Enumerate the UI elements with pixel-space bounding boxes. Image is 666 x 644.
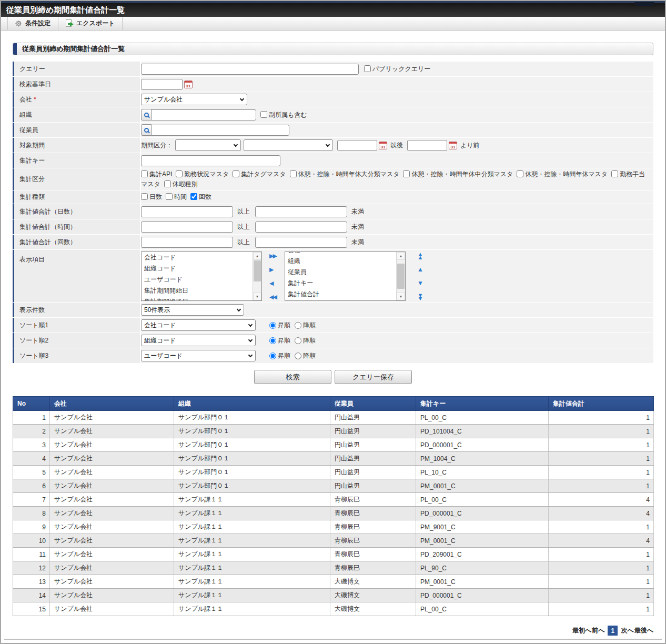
agg-key-input[interactable] xyxy=(141,155,280,166)
employee-search-button[interactable] xyxy=(141,124,152,136)
public-query-checkbox[interactable] xyxy=(364,65,371,72)
search-button[interactable]: 検索 xyxy=(254,370,331,384)
agg-div-label: 集計API xyxy=(149,170,172,178)
agg-type-checkbox[interactable] xyxy=(141,193,148,200)
cell-organization: サンプル部門０１ xyxy=(174,425,330,438)
move-all-right-button[interactable]: ▶▶ xyxy=(269,253,277,259)
agg-type-checkbox[interactable] xyxy=(166,193,173,200)
move-all-left-button[interactable]: ◀◀ xyxy=(269,294,277,300)
table-row[interactable]: 14サンプル会社サンプル課１１大磯博文PD_000001_C1 xyxy=(13,589,654,602)
scroll-up-icon[interactable]: ▲ xyxy=(253,252,261,260)
pagination-next[interactable]: 次へ xyxy=(621,626,633,635)
table-row[interactable]: 9サンプル会社サンプル課１１青柳辰巳PM_9001_C1 xyxy=(13,520,654,534)
table-row[interactable]: 15サンプル会社サンプル課１１大磯博文PL_00_C1 xyxy=(13,602,654,616)
condition-settings-button[interactable]: 条件設定 xyxy=(7,17,58,30)
calendar-icon[interactable] xyxy=(184,80,193,88)
selected-item[interactable]: 組織 xyxy=(285,256,396,267)
scrollbar[interactable]: ▲▼ xyxy=(253,252,261,300)
query-input[interactable] xyxy=(141,64,359,75)
cell-company: サンプル会社 xyxy=(50,425,174,438)
sort3-asc-radio[interactable] xyxy=(269,353,276,359)
agg-div-checkbox[interactable] xyxy=(141,170,148,177)
move-bottom-button[interactable]: ▼▼ xyxy=(416,294,425,300)
sub-org-checkbox[interactable] xyxy=(260,111,267,118)
move-right-button[interactable]: ▶ xyxy=(269,266,277,273)
agg-type-checkbox[interactable] xyxy=(190,193,197,200)
available-item[interactable]: ユーザコード xyxy=(142,274,253,285)
selected-item[interactable]: 会社 xyxy=(285,251,396,256)
scrollbar[interactable]: ▲▼ xyxy=(396,252,405,300)
agg-div-checkbox[interactable] xyxy=(233,170,239,177)
sort1-asc-radio[interactable] xyxy=(269,322,276,329)
selected-item[interactable]: 集計キー xyxy=(285,278,396,289)
table-row[interactable]: 11サンプル会社サンプル課１１青柳辰巳PD_209001_C1 xyxy=(13,548,654,561)
sort2-desc-radio[interactable] xyxy=(295,337,301,344)
export-button[interactable]: エクスポート xyxy=(58,17,123,30)
scroll-down-icon[interactable]: ▼ xyxy=(253,293,261,300)
table-row[interactable]: 3サンプル会社サンプル部門０１円山益男PD_000001_C1 xyxy=(13,438,654,452)
table-row[interactable]: 4サンプル会社サンプル部門０１円山益男PM_1004_C1 xyxy=(13,452,654,466)
scroll-down-icon[interactable]: ▼ xyxy=(397,293,405,300)
agg-div-checkbox[interactable] xyxy=(290,170,297,177)
organization-input[interactable] xyxy=(151,109,256,120)
table-row[interactable]: 8サンプル会社サンプル課１１青柳辰巳PD_000001_C4 xyxy=(13,507,654,520)
company-select[interactable]: サンプル会社 xyxy=(141,94,247,105)
base-date-input[interactable] xyxy=(141,79,183,90)
table-row[interactable]: 10サンプル会社サンプル課１１青柳辰巳PM_0001_C4 xyxy=(13,534,654,548)
sort1-desc-radio[interactable] xyxy=(295,322,301,329)
table-row[interactable]: 6サンプル会社サンプル部門０１円山益男PM_0001_C1 xyxy=(13,479,654,493)
agg-div-label: 集計タグマスタ xyxy=(241,170,286,178)
cell-total: 1 xyxy=(549,466,654,479)
period-from-input[interactable] xyxy=(337,140,377,151)
form-row-agg-div: 集計区分 集計API勤務状況マスタ集計タグマスタ休憩・控除・時間年休大分類マスタ… xyxy=(13,168,653,190)
sort2-select[interactable]: 組織コード xyxy=(141,335,256,346)
agg-div-checkbox[interactable] xyxy=(176,170,183,177)
move-top-button[interactable]: ▲▲ xyxy=(416,253,425,259)
sort2-asc-radio[interactable] xyxy=(269,337,276,344)
sort3-desc-radio[interactable] xyxy=(295,353,301,359)
pagination-first[interactable]: 最初へ xyxy=(572,626,591,635)
employee-input[interactable] xyxy=(151,125,289,136)
total-days-min-input[interactable] xyxy=(141,206,233,217)
table-row[interactable]: 12サンプル会社サンプル課１１青柳辰巳PL_90_C1 xyxy=(13,561,654,575)
move-left-button[interactable]: ◀ xyxy=(269,280,277,286)
period-to-input[interactable] xyxy=(407,140,447,151)
period-kubun-select[interactable] xyxy=(175,139,241,151)
pagination-last[interactable]: 最後へ xyxy=(634,626,653,635)
table-row[interactable]: 13サンプル会社サンプル課１１大磯博文PM_0001_C1 xyxy=(13,575,654,589)
agg-div-checkbox[interactable] xyxy=(403,170,410,177)
scroll-up-icon[interactable]: ▲ xyxy=(397,252,405,260)
calendar-icon[interactable] xyxy=(449,142,457,149)
agg-div-checkbox[interactable] xyxy=(517,170,523,177)
table-row[interactable]: 7サンプル会社サンプル課１１青柳辰巳PL_00_C4 xyxy=(13,493,654,507)
sort3-select[interactable]: ユーザコード xyxy=(141,350,256,361)
period-detail-select[interactable] xyxy=(244,139,333,151)
pagination-prev[interactable]: 前へ xyxy=(592,626,604,635)
total-count-max-input[interactable] xyxy=(255,237,347,248)
move-up-button[interactable]: ▲ xyxy=(416,266,425,273)
calendar-icon[interactable] xyxy=(379,142,387,149)
table-row[interactable]: 1サンプル会社サンプル部門０１円山益男PL_00_C1 xyxy=(13,411,654,425)
table-header-row: No会社組織従業員集計キー集計値合計 xyxy=(13,397,654,411)
available-item[interactable]: 集計期間開始日 xyxy=(142,285,253,296)
table-row[interactable]: 2サンプル会社サンプル部門０１円山益男PD_101004_C1 xyxy=(13,425,654,438)
table-row[interactable]: 5サンプル会社サンプル部門０１円山益男PL_10_C1 xyxy=(13,466,654,479)
sort1-label: ソート順1 xyxy=(14,318,141,333)
agg-div-checkbox[interactable] xyxy=(611,170,618,177)
available-item[interactable]: 会社コード xyxy=(142,252,253,263)
selected-item[interactable]: 従業員 xyxy=(285,267,396,278)
header-collapse-notch[interactable] xyxy=(634,2,654,6)
selected-item[interactable]: 集計値合計 xyxy=(285,289,396,300)
organization-search-button[interactable] xyxy=(141,109,152,120)
agg-div-checkbox[interactable] xyxy=(164,180,171,187)
sort1-select[interactable]: 会社コード xyxy=(141,319,256,331)
total-days-max-input[interactable] xyxy=(255,206,347,217)
display-count-select[interactable]: 50件表示 xyxy=(141,304,244,316)
save-query-button[interactable]: クエリー保存 xyxy=(335,370,412,384)
available-item[interactable]: 集計期間終了日 xyxy=(142,296,253,300)
total-count-min-input[interactable] xyxy=(141,237,233,248)
total-time-min-input[interactable] xyxy=(141,222,233,233)
move-down-button[interactable]: ▼ xyxy=(416,280,425,286)
available-item[interactable]: 組織コード xyxy=(142,263,253,274)
total-time-max-input[interactable] xyxy=(255,222,347,233)
